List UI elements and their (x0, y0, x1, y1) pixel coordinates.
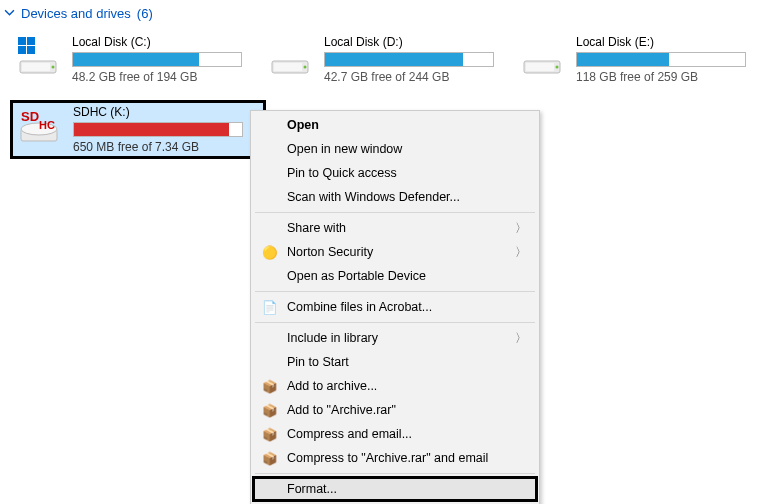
section-title: Devices and drives (21, 6, 131, 21)
drive-icon (16, 35, 60, 79)
drive-item[interactable]: SDHCSDHC (K:)650 MB free of 7.34 GB (10, 100, 266, 159)
menu-pin-quick-access[interactable]: Pin to Quick access (253, 161, 537, 171)
menu-open-new-window[interactable]: Open in new window (253, 137, 537, 161)
svg-point-6 (52, 66, 55, 69)
context-menu: Open Open in new window Pin to Quick acc… (250, 110, 540, 171)
drive-icon (268, 35, 312, 79)
drive-name: Local Disk (C:) (72, 35, 254, 49)
drive-free-text: 650 MB free of 7.34 GB (73, 140, 259, 154)
drive-item[interactable]: Local Disk (E:)118 GB free of 259 GB (514, 31, 764, 88)
capacity-bar (324, 52, 494, 67)
drive-icon: SDHC (17, 105, 61, 149)
svg-rect-3 (27, 46, 35, 54)
drive-name: Local Disk (D:) (324, 35, 506, 49)
menu-open[interactable]: Open (253, 113, 537, 137)
drive-name: SDHC (K:) (73, 105, 259, 119)
drive-free-text: 48.2 GB free of 194 GB (72, 70, 254, 84)
svg-point-12 (556, 66, 559, 69)
section-count: (6) (137, 6, 153, 21)
svg-point-9 (304, 66, 307, 69)
svg-rect-2 (18, 46, 26, 54)
drive-icon (520, 35, 564, 79)
svg-rect-11 (526, 63, 554, 71)
chevron-down-icon (4, 6, 15, 21)
capacity-bar (72, 52, 242, 67)
capacity-bar (576, 52, 746, 67)
svg-text:SD: SD (21, 109, 39, 124)
svg-rect-0 (18, 37, 26, 45)
drive-free-text: 118 GB free of 259 GB (576, 70, 758, 84)
drive-name: Local Disk (E:) (576, 35, 758, 49)
section-header[interactable]: Devices and drives (6) (0, 0, 782, 31)
drive-item[interactable]: Local Disk (D:)42.7 GB free of 244 GB (262, 31, 512, 88)
drive-item[interactable]: Local Disk (C:)48.2 GB free of 194 GB (10, 31, 260, 88)
svg-text:HC: HC (39, 119, 55, 131)
capacity-bar (73, 122, 243, 137)
svg-rect-5 (22, 63, 50, 71)
svg-rect-1 (27, 37, 35, 45)
svg-rect-8 (274, 63, 302, 71)
drive-free-text: 42.7 GB free of 244 GB (324, 70, 506, 84)
